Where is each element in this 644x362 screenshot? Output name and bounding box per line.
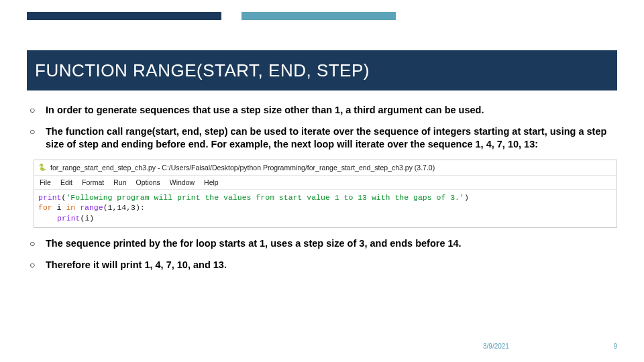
footer-date: 3/9/2021 — [483, 343, 509, 350]
python-icon: 🐍 — [38, 164, 46, 172]
accent-gap — [221, 12, 241, 20]
bullet-list: In order to generate sequences that use … — [27, 104, 617, 152]
bullet-item: The function call range(start, end, step… — [27, 125, 617, 152]
accent-teal — [241, 12, 396, 20]
slide-title-bar: FUNCTION RANGE(START, END, STEP) — [27, 50, 617, 90]
menu-options[interactable]: Options — [136, 178, 160, 186]
code-token: (1,14,3): — [103, 203, 145, 212]
idle-window: 🐍 for_range_start_end_step_ch3.py - C:/U… — [34, 160, 617, 229]
bullet-item: In order to generate sequences that use … — [27, 104, 617, 117]
menu-window[interactable]: Window — [170, 178, 195, 186]
menu-file[interactable]: File — [40, 178, 51, 186]
idle-window-title: for_range_start_end_step_ch3.py - C:/Use… — [50, 164, 435, 172]
code-token: for — [38, 203, 52, 212]
code-token: (i) — [80, 214, 95, 223]
slide-title: FUNCTION RANGE(START, END, STEP) — [35, 60, 370, 81]
menu-run[interactable]: Run — [113, 178, 126, 186]
code-token: print — [38, 193, 62, 202]
slide-footer: 3/9/2021 9 — [483, 343, 617, 350]
code-token: range — [75, 203, 103, 212]
code-token: ) — [464, 193, 469, 202]
idle-titlebar: 🐍 for_range_start_end_step_ch3.py - C:/U… — [34, 160, 616, 176]
code-token: 'Following program will print the values… — [66, 193, 464, 202]
menu-help[interactable]: Help — [204, 178, 219, 186]
bullet-item: Therefore it will print 1, 4, 7, 10, and… — [27, 259, 617, 272]
idle-menubar: File Edit Format Run Options Window Help — [34, 176, 616, 190]
footer-page-number: 9 — [613, 343, 617, 350]
bullet-text: Therefore it will print 1, 4, 7, 10, and… — [46, 259, 227, 270]
menu-edit[interactable]: Edit — [60, 178, 72, 186]
bullet-text: The sequence printed by the for loop sta… — [46, 238, 462, 249]
bullet-item: The sequence printed by the for loop sta… — [27, 237, 617, 251]
menu-format[interactable]: Format — [82, 178, 104, 186]
accent-stripe — [27, 12, 617, 20]
bullet-list-lower: The sequence printed by the for loop sta… — [27, 237, 617, 272]
accent-rest — [396, 12, 617, 20]
code-token: print — [57, 214, 80, 223]
code-token: i — [52, 203, 66, 212]
bullet-text: The function call range(start, end, step… — [46, 126, 606, 150]
code-token: in — [66, 203, 75, 212]
bullet-text: In order to generate sequences that use … — [46, 105, 484, 115]
idle-code-area[interactable]: print('Following program will print the … — [34, 190, 616, 228]
accent-dark — [27, 12, 221, 20]
slide-body: In order to generate sequences that use … — [27, 104, 617, 280]
